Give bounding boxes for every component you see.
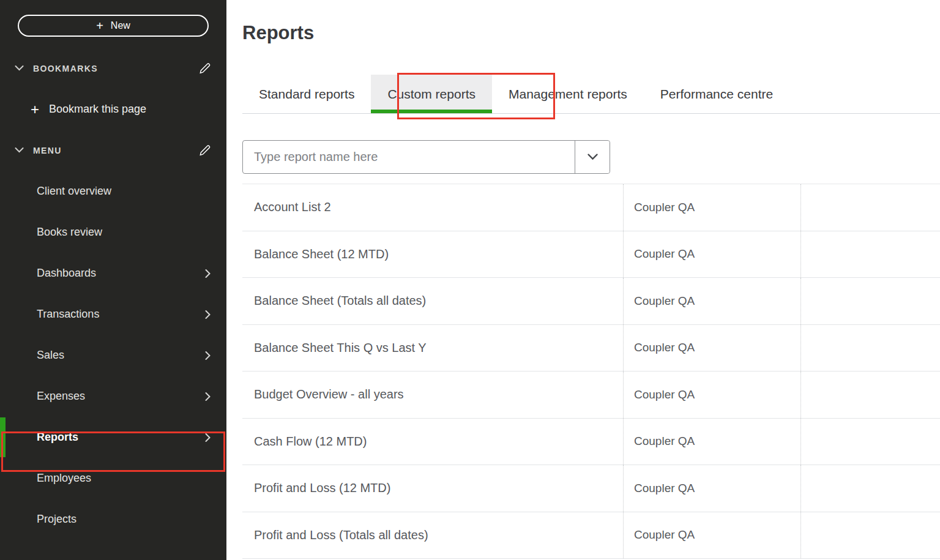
sidebar-item-employees[interactable]: Employees <box>0 458 226 499</box>
sidebar-item-label: Books review <box>37 226 102 239</box>
menu-label: MENU <box>33 146 62 155</box>
tab-label: Custom reports <box>387 87 476 102</box>
report-extra-cell <box>800 465 940 512</box>
new-button[interactable]: + New <box>18 15 209 37</box>
sidebar-item-transactions[interactable]: Transactions <box>0 294 226 335</box>
table-row[interactable]: Account List 2 Coupler QA <box>242 184 940 231</box>
plus-icon: + <box>96 20 103 32</box>
report-name-cell[interactable]: Profit and Loss (12 MTD) <box>242 481 623 495</box>
sidebar-item-dashboards[interactable]: Dashboards <box>0 253 226 294</box>
report-name-cell[interactable]: Balance Sheet (Totals all dates) <box>242 294 623 308</box>
report-name-cell[interactable]: Balance Sheet This Q vs Last Y <box>242 341 623 355</box>
tab-label: Standard reports <box>259 87 354 102</box>
sidebar-item-projects[interactable]: Projects <box>0 499 226 540</box>
report-extra-cell <box>800 419 940 465</box>
sidebar-item-label: Client overview <box>37 185 111 198</box>
new-button-label: New <box>111 20 130 31</box>
bookmark-this-page-button[interactable]: + Bookmark this page <box>0 89 226 130</box>
table-row[interactable]: Cash Flow (12 MTD) Coupler QA <box>242 419 940 466</box>
sidebar-item-books-review[interactable]: Books review <box>0 212 226 253</box>
table-row[interactable]: Profit and Loss (Totals all dates) Coupl… <box>242 512 940 559</box>
sidebar-item-expenses[interactable]: Expenses <box>0 376 226 417</box>
report-extra-cell <box>800 512 940 559</box>
page-title: Reports <box>242 22 314 44</box>
chevron-down-icon <box>15 147 24 153</box>
bookmarks-label: BOOKMARKS <box>33 64 98 73</box>
sidebar-item-label: Dashboards <box>37 267 96 280</box>
sidebar-item-reports[interactable]: Reports <box>0 417 226 458</box>
report-owner-cell: Coupler QA <box>623 371 800 418</box>
table-row[interactable]: Profit and Loss (12 MTD) Coupler QA <box>242 465 940 512</box>
search-input[interactable] <box>243 141 575 173</box>
report-name-cell[interactable]: Account List 2 <box>242 200 623 214</box>
report-extra-cell <box>800 184 940 231</box>
table-row[interactable]: Budget Overview - all years Coupler QA <box>242 371 940 419</box>
bookmarks-section-header[interactable]: BOOKMARKS <box>0 48 226 89</box>
search-dropdown-button[interactable] <box>575 141 610 173</box>
tab-custom-reports[interactable]: Custom reports <box>371 75 492 113</box>
report-name-cell[interactable]: Profit and Loss (Totals all dates) <box>242 528 623 542</box>
report-owner-cell: Coupler QA <box>623 512 800 559</box>
tab-label: Performance centre <box>660 87 773 102</box>
sidebar-item-sales[interactable]: Sales <box>0 335 226 376</box>
report-name-cell[interactable]: Budget Overview - all years <box>242 387 623 401</box>
report-owner-cell: Coupler QA <box>623 325 800 371</box>
sidebar-item-label: Projects <box>37 513 76 526</box>
sidebar: + New BOOKMARKS + Bookmark this page MEN… <box>0 0 226 560</box>
active-indicator <box>0 417 6 457</box>
table-row[interactable]: Balance Sheet (12 MTD) Coupler QA <box>242 231 940 278</box>
chevron-right-icon <box>205 433 211 442</box>
table-row[interactable]: Balance Sheet (Totals all dates) Coupler… <box>242 278 940 325</box>
report-extra-cell <box>800 325 940 371</box>
edit-menu-icon[interactable] <box>198 144 211 157</box>
report-name-cell[interactable]: Cash Flow (12 MTD) <box>242 435 623 449</box>
custom-reports-table: Account List 2 Coupler QA Balance Sheet … <box>242 184 940 559</box>
report-tabs: Standard reports Custom reports Manageme… <box>242 75 940 114</box>
chevron-right-icon <box>205 269 211 278</box>
main-content: Reports Standard reports Custom reports … <box>226 0 940 560</box>
sidebar-item-label: Expenses <box>37 390 85 403</box>
bookmark-this-page-label: Bookmark this page <box>49 103 146 116</box>
chevron-right-icon <box>205 351 211 360</box>
chevron-down-icon <box>588 154 598 160</box>
tab-label: Management reports <box>509 87 627 102</box>
app-window: + New BOOKMARKS + Bookmark this page MEN… <box>0 0 940 560</box>
tab-management-reports[interactable]: Management reports <box>492 75 644 113</box>
sidebar-item-client-overview[interactable]: Client overview <box>0 171 226 212</box>
report-extra-cell <box>800 371 940 418</box>
report-name-cell[interactable]: Balance Sheet (12 MTD) <box>242 247 623 261</box>
sidebar-item-label: Sales <box>37 349 64 362</box>
report-extra-cell <box>800 278 940 324</box>
report-extra-cell <box>800 231 940 278</box>
chevron-right-icon <box>205 310 211 319</box>
menu-section-header[interactable]: MENU <box>0 130 226 171</box>
sidebar-item-label: Employees <box>37 472 91 485</box>
chevron-down-icon <box>15 65 24 71</box>
chevron-right-icon <box>205 392 211 401</box>
edit-bookmarks-icon[interactable] <box>198 62 211 75</box>
report-search <box>242 140 610 174</box>
report-owner-cell: Coupler QA <box>623 231 800 278</box>
report-owner-cell: Coupler QA <box>623 278 800 324</box>
plus-icon: + <box>31 102 39 117</box>
report-owner-cell: Coupler QA <box>623 465 800 512</box>
sidebar-item-label: Transactions <box>37 308 99 321</box>
tab-performance-centre[interactable]: Performance centre <box>644 75 789 113</box>
sidebar-item-label: Reports <box>37 431 78 444</box>
table-row[interactable]: Balance Sheet This Q vs Last Y Coupler Q… <box>242 325 940 372</box>
tab-standard-reports[interactable]: Standard reports <box>242 75 371 113</box>
report-owner-cell: Coupler QA <box>623 419 800 465</box>
report-owner-cell: Coupler QA <box>623 184 800 231</box>
